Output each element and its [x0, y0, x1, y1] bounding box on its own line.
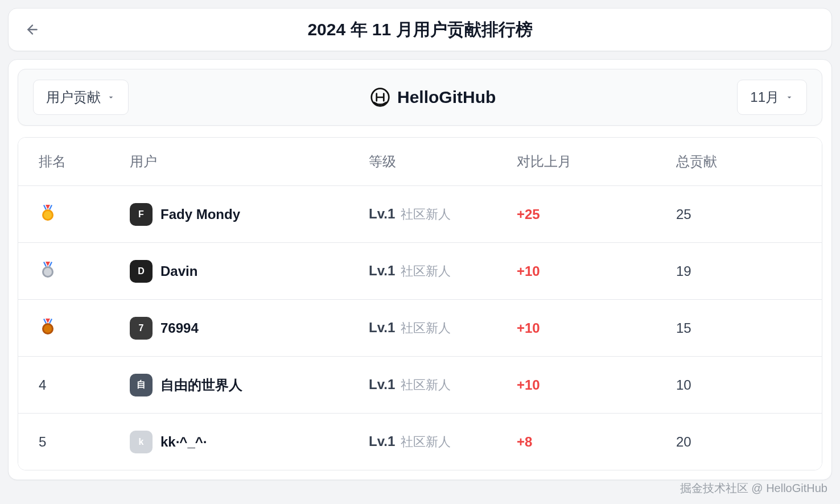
delta-cell: +8	[517, 434, 676, 450]
gold-medal-icon	[39, 204, 57, 222]
level-cell: Lv.1社区新人	[369, 377, 517, 394]
level-cell: Lv.1社区新人	[369, 206, 517, 223]
rank-number: 4	[39, 377, 46, 393]
user-cell: DDavin	[130, 260, 369, 283]
username: kk·^_^·	[160, 434, 207, 450]
delta-cell: +10	[517, 320, 676, 336]
filter-bar: 用户贡献 HelloGitHub 11月	[18, 69, 822, 126]
table-row[interactable]: 4自自由的世界人Lv.1社区新人+1010	[18, 356, 822, 413]
avatar: D	[130, 260, 153, 283]
total-cell: 10	[676, 377, 801, 393]
rank-cell	[39, 317, 130, 339]
month-select-label: 11月	[750, 88, 779, 106]
username: 自由的世界人	[160, 376, 242, 394]
rank-cell	[39, 204, 130, 225]
avatar: 自	[130, 374, 153, 396]
username: 76994	[160, 320, 199, 336]
level-number: Lv.1	[369, 263, 395, 279]
leaderboard-table: 排名 用户 等级 对比上月 总贡献 FFady MondyLv.1社区新人+25…	[18, 137, 822, 470]
username: Fady Mondy	[160, 206, 240, 222]
category-select[interactable]: 用户贡献	[33, 80, 129, 115]
col-rank: 排名	[39, 152, 130, 171]
arrow-left-icon	[25, 22, 40, 37]
page-header: 2024 年 11 月用户贡献排行榜	[8, 8, 832, 51]
main-panel: 用户贡献 HelloGitHub 11月	[8, 59, 832, 480]
category-select-label: 用户贡献	[46, 88, 101, 106]
caret-down-icon	[106, 89, 116, 105]
rank-cell: 5	[39, 434, 130, 450]
avatar: k	[130, 431, 153, 453]
svg-point-3	[44, 211, 52, 219]
total-cell: 19	[676, 263, 801, 279]
level-cell: Lv.1社区新人	[369, 263, 517, 280]
level-label: 社区新人	[401, 433, 451, 451]
level-number: Lv.1	[369, 320, 395, 336]
svg-point-5	[44, 268, 52, 276]
col-delta: 对比上月	[517, 152, 676, 171]
level-cell: Lv.1社区新人	[369, 320, 517, 337]
brand: HelloGitHub	[370, 87, 496, 108]
total-cell: 15	[676, 320, 801, 336]
table-row[interactable]: 5kkk·^_^·Lv.1社区新人+820	[18, 413, 822, 470]
level-cell: Lv.1社区新人	[369, 433, 517, 451]
brand-logo-icon	[370, 87, 390, 108]
table-row[interactable]: 776994Lv.1社区新人+1015	[18, 299, 822, 356]
level-number: Lv.1	[369, 433, 395, 449]
level-label: 社区新人	[401, 320, 451, 337]
avatar: F	[130, 203, 153, 226]
page-title: 2024 年 11 月用户贡献排行榜	[9, 18, 831, 42]
level-number: Lv.1	[369, 206, 395, 222]
username: Davin	[160, 263, 197, 279]
svg-point-7	[44, 325, 52, 333]
bronze-medal-icon	[39, 317, 57, 336]
delta-cell: +10	[517, 377, 676, 393]
table-row[interactable]: FFady MondyLv.1社区新人+2525	[18, 185, 822, 242]
col-total: 总贡献	[676, 152, 801, 171]
table-header-row: 排名 用户 等级 对比上月 总贡献	[18, 138, 822, 185]
rank-number: 5	[39, 434, 46, 449]
user-cell: 776994	[130, 317, 369, 340]
delta-cell: +10	[517, 263, 676, 279]
caret-down-icon	[785, 89, 794, 105]
month-select[interactable]: 11月	[737, 80, 807, 115]
level-label: 社区新人	[401, 377, 451, 394]
user-cell: kkk·^_^·	[130, 431, 369, 453]
user-cell: 自自由的世界人	[130, 374, 369, 396]
total-cell: 25	[676, 206, 801, 222]
level-label: 社区新人	[401, 206, 451, 223]
col-level: 等级	[369, 152, 517, 171]
silver-medal-icon	[39, 261, 57, 279]
brand-name: HelloGitHub	[397, 88, 496, 107]
total-cell: 20	[676, 434, 801, 450]
level-number: Lv.1	[369, 377, 395, 393]
rank-cell: 4	[39, 377, 130, 393]
level-label: 社区新人	[401, 263, 451, 280]
delta-cell: +25	[517, 206, 676, 222]
back-button[interactable]	[22, 19, 43, 40]
col-user: 用户	[130, 152, 369, 171]
user-cell: FFady Mondy	[130, 203, 369, 226]
rank-cell	[39, 261, 130, 282]
avatar: 7	[130, 317, 153, 340]
table-row[interactable]: DDavinLv.1社区新人+1019	[18, 242, 822, 299]
